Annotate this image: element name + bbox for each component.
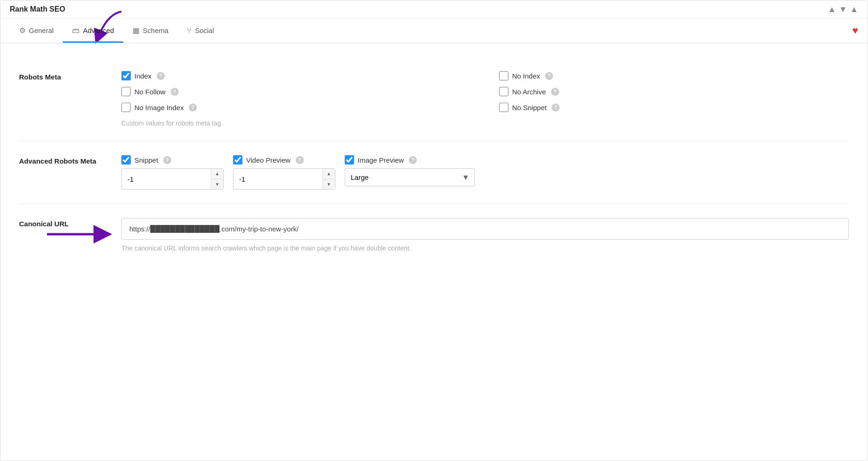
checkbox-no-index-label[interactable]: No Index xyxy=(512,72,540,80)
checkbox-row-no-image-index: No Image Index ? xyxy=(121,103,471,112)
checkbox-adv-snippet[interactable] xyxy=(121,155,131,165)
toolbox-icon: 🗃 xyxy=(72,26,80,35)
adv-field-image-preview: Image Preview ? Large None Standard ▼ xyxy=(345,155,475,186)
help-no-image-index-icon[interactable]: ? xyxy=(189,104,197,112)
checkbox-no-follow[interactable] xyxy=(121,87,131,96)
canonical-url-input[interactable] xyxy=(121,218,849,240)
adv-field-snippet: Snippet ? ▲ ▼ xyxy=(121,155,224,190)
adv-field-video-preview: Video Preview ? ▲ ▼ xyxy=(233,155,335,190)
snippet-spin-buttons: ▲ ▼ xyxy=(211,169,223,189)
video-preview-spin-down[interactable]: ▼ xyxy=(323,179,335,190)
checkbox-no-archive-label[interactable]: No Archive xyxy=(512,88,546,96)
checkbox-no-archive[interactable] xyxy=(499,87,508,96)
advanced-robots-meta-section: Advanced Robots Meta Snippet ? ▲ xyxy=(19,141,849,204)
adv-image-preview-label[interactable]: Image Preview xyxy=(358,156,404,164)
checkbox-no-image-index[interactable] xyxy=(121,103,131,112)
tab-advanced[interactable]: 🗃 Advanced xyxy=(63,19,123,43)
help-no-index-icon[interactable]: ? xyxy=(545,72,553,80)
arrow-annotation-canonical xyxy=(42,223,117,246)
help-no-snippet-icon[interactable]: ? xyxy=(552,104,560,112)
help-no-follow-icon[interactable]: ? xyxy=(171,88,179,96)
checkbox-row-no-archive: No Archive ? xyxy=(499,87,849,96)
tab-schema[interactable]: ▦ Schema xyxy=(123,19,178,43)
robots-meta-content: Index ? No Index ? No Follow ? xyxy=(121,71,849,127)
tabs-bar: ⚙ General 🗃 Advanced ▦ Schema ⑂ Social ♥ xyxy=(0,19,868,43)
expand-button[interactable]: ▲ xyxy=(850,5,858,13)
schema-icon: ▦ xyxy=(133,26,140,35)
help-adv-snippet-icon[interactable]: ? xyxy=(163,156,171,164)
checkbox-no-image-index-label[interactable]: No Image Index xyxy=(134,104,184,112)
video-preview-input[interactable] xyxy=(234,171,322,188)
tab-advanced-label: Advanced xyxy=(83,26,114,34)
checkbox-adv-video-preview[interactable] xyxy=(233,155,242,165)
tab-general[interactable]: ⚙ General xyxy=(10,19,63,43)
panel-content: Robots Meta Index ? No Index ? xyxy=(0,43,868,280)
checkbox-row-no-index: No Index ? xyxy=(499,71,849,80)
robots-checkboxes-grid: Index ? No Index ? No Follow ? xyxy=(121,71,849,112)
checkbox-no-follow-label[interactable]: No Follow xyxy=(134,88,166,96)
adv-snippet-label[interactable]: Snippet xyxy=(134,156,158,164)
snippet-input[interactable] xyxy=(122,171,211,188)
checkbox-no-snippet-label[interactable]: No Snippet xyxy=(512,104,547,112)
checkbox-row-index: Index ? xyxy=(121,71,471,80)
robots-meta-helper: Custom values for robots meta tag. xyxy=(121,119,849,127)
tab-schema-label: Schema xyxy=(143,26,168,34)
snippet-spin-down[interactable]: ▼ xyxy=(211,179,223,190)
heart-icon: ♥ xyxy=(852,25,858,37)
robots-meta-section: Robots Meta Index ? No Index ? xyxy=(19,57,849,141)
advanced-robots-fields-row: Snippet ? ▲ ▼ xyxy=(121,155,849,190)
image-preview-select[interactable]: Large None Standard xyxy=(345,168,475,186)
checkbox-no-index[interactable] xyxy=(499,71,508,80)
checkbox-row-no-follow: No Follow ? xyxy=(121,87,471,96)
help-no-archive-icon[interactable]: ? xyxy=(551,88,559,96)
gear-icon: ⚙ xyxy=(19,26,26,35)
canonical-url-content: The canonical URL informs search crawler… xyxy=(121,218,849,252)
tab-social[interactable]: ⑂ Social xyxy=(178,19,223,43)
video-preview-spin-up[interactable]: ▲ xyxy=(323,169,335,179)
snippet-spin-up[interactable]: ▲ xyxy=(211,169,223,179)
tabs-wrapper: ⚙ General 🗃 Advanced ▦ Schema ⑂ Social ♥ xyxy=(0,19,868,43)
panel-title: Rank Math SEO xyxy=(10,5,65,13)
social-icon: ⑂ xyxy=(187,26,192,35)
robots-meta-label: Robots Meta xyxy=(19,71,121,81)
canonical-url-section: Canonical URL The canonical URL informs … xyxy=(19,204,849,266)
checkbox-no-snippet[interactable] xyxy=(499,103,508,112)
collapse-down-button[interactable]: ▼ xyxy=(839,5,847,13)
adv-field-snippet-header: Snippet ? xyxy=(121,155,224,165)
collapse-up-button[interactable]: ▲ xyxy=(828,5,836,13)
help-adv-video-icon[interactable]: ? xyxy=(296,156,304,164)
advanced-robots-meta-label: Advanced Robots Meta xyxy=(19,155,121,165)
help-adv-image-icon[interactable]: ? xyxy=(409,156,417,164)
adv-video-preview-label[interactable]: Video Preview xyxy=(246,156,291,164)
panel-header: Rank Math SEO ▲ ▼ ▲ xyxy=(0,0,868,19)
rank-math-panel: Rank Math SEO ▲ ▼ ▲ ⚙ General 🗃 Advan xyxy=(0,0,868,461)
checkbox-adv-image-preview[interactable] xyxy=(345,155,354,165)
checkbox-index-label[interactable]: Index xyxy=(134,72,152,80)
image-preview-select-wrapper: Large None Standard ▼ xyxy=(345,168,475,186)
panel-controls: ▲ ▼ ▲ xyxy=(828,5,858,13)
checkbox-index[interactable] xyxy=(121,71,131,80)
canonical-url-helper: The canonical URL informs search crawler… xyxy=(121,244,849,252)
checkbox-row-no-snippet: No Snippet ? xyxy=(499,103,849,112)
help-index-icon[interactable]: ? xyxy=(157,72,165,80)
adv-field-video-header: Video Preview ? xyxy=(233,155,335,165)
video-preview-spin-buttons: ▲ ▼ xyxy=(322,169,335,189)
video-preview-input-wrapper: ▲ ▼ xyxy=(233,168,335,190)
advanced-robots-meta-content: Snippet ? ▲ ▼ xyxy=(121,155,849,190)
tab-general-label: General xyxy=(29,26,53,34)
adv-field-image-header: Image Preview ? xyxy=(345,155,475,165)
snippet-input-wrapper: ▲ ▼ xyxy=(121,168,224,190)
tab-social-label: Social xyxy=(195,26,214,34)
